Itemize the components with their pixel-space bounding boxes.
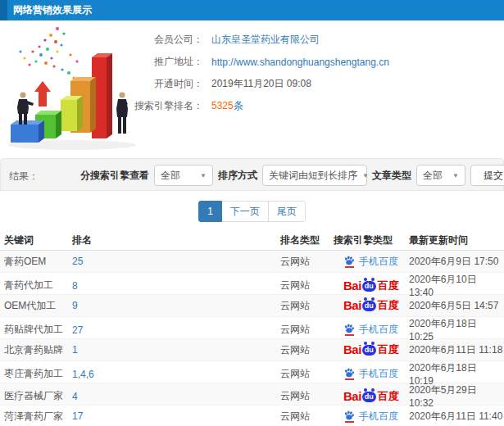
article-type-select[interactable]: 全部 ▼ — [416, 165, 465, 186]
table-row: 北京膏药贴牌 1 云网站 百度 Bai du — [0, 339, 504, 361]
baidu-logo-cn: 百度 — [378, 344, 399, 355]
engine-filter-value: 全部 — [161, 169, 180, 183]
baidu-logo-bai: Bai — [343, 343, 361, 356]
company-info-section: 会员公司： 山东皇圣堂药业有限公司 推广地址： http://www.shand… — [0, 20, 504, 158]
mobile-baidu-link[interactable]: 手机百度 — [343, 323, 398, 337]
updated-cell: 2020年5月29日 10:32 — [409, 383, 504, 409]
mobile-baidu-label: 手机百度 — [359, 367, 398, 381]
baidu-paw-icon: du — [362, 301, 376, 311]
table-row: 菏泽膏药厂家 17 云网站 手机百度 Bai du — [0, 406, 504, 426]
page-1-button[interactable]: 1 — [198, 201, 222, 222]
rank-link[interactable]: 9 — [72, 300, 280, 311]
bar-blue — [11, 120, 44, 143]
member-company-label: 会员公司： — [0, 33, 203, 47]
rank-count-row: 搜索引擎排名： 5325条 — [0, 95, 504, 117]
updated-cell: 2020年6月11日 11:40 — [409, 410, 504, 424]
next-page-button[interactable]: 下一页 — [221, 201, 269, 222]
rank-type-cell: 云网站 — [280, 389, 334, 403]
baidu-paw-icon: du — [362, 392, 376, 402]
engine-cell: 百度 Bai du 百度 — [334, 279, 409, 292]
table-row: 药贴牌代加工 27 云网站 手机百度 Bai du — [0, 317, 504, 339]
table-row: OEM代加工 9 云网站 百度 Bai du — [0, 295, 504, 317]
mobile-baidu-paw-icon — [343, 324, 355, 336]
baidu-logo-bai: Bai — [343, 279, 361, 292]
rank-link[interactable]: 4 — [72, 391, 280, 402]
rank-type-cell: 云网站 — [280, 299, 334, 313]
engine-cell: 手机百度 Bai du 百度 — [334, 367, 409, 381]
filter-controls: 分搜索引擎查看 全部 ▼ 排序方式 关键词由短到长排序 ▼ 文章类型 全部 ▼ … — [80, 165, 504, 186]
sort-filter-value: 关键词由短到长排序 — [269, 169, 357, 183]
member-company-row: 会员公司： 山东皇圣堂药业有限公司 — [0, 29, 504, 51]
engine-cell: 手机百度 Bai du 百度 — [334, 323, 409, 337]
updated-cell: 2020年6月9日 17:50 — [409, 255, 504, 269]
rank-type-cell: 云网站 — [280, 323, 334, 337]
rank-link[interactable]: 25 — [72, 256, 280, 267]
updated-cell: 2020年6月18日 10:25 — [409, 317, 504, 342]
red-underline — [345, 334, 354, 336]
submit-button[interactable]: 提交 — [470, 165, 504, 186]
engine-filter-label: 分搜索引擎查看 — [80, 169, 149, 183]
rank-type-cell: 云网站 — [280, 279, 334, 292]
header-rank: 排名 — [72, 233, 280, 247]
mobile-baidu-paw-icon — [343, 256, 355, 268]
baidu-logo-bai: Bai — [343, 299, 361, 311]
engine-cell: 百度 Bai du 百度 — [334, 299, 409, 312]
baidu-logo-link[interactable]: Bai du 百度 — [343, 299, 399, 311]
header-keyword: 关键词 — [4, 233, 72, 247]
engine-filter-select[interactable]: 全部 ▼ — [154, 165, 213, 186]
updated-cell: 2020年6月10日 13:40 — [409, 273, 504, 298]
result-label: 结果： — [9, 170, 39, 184]
promo-url-link[interactable]: http://www.shandonghuangshengtang.cn — [211, 57, 389, 68]
rank-type-cell: 云网站 — [280, 343, 334, 357]
baidu-logo-cn: 百度 — [378, 280, 399, 291]
mobile-baidu-label: 手机百度 — [359, 323, 398, 337]
open-time-value: 2019年11月20日 09:08 — [211, 77, 311, 91]
rank-link[interactable]: 1 — [72, 344, 280, 356]
baidu-logo-link[interactable]: Bai du 百度 — [343, 390, 399, 402]
rank-count-value: 5325条 — [211, 99, 243, 113]
rank-count-number: 5325 — [211, 100, 234, 111]
keyword-cell: OEM代加工 — [4, 299, 72, 313]
rank-type-cell: 云网站 — [280, 255, 334, 269]
rank-link[interactable]: 1,4,6 — [72, 369, 280, 380]
article-type-value: 全部 — [423, 169, 443, 183]
keyword-cell: 医疗器械厂家 — [4, 389, 72, 403]
last-page-button[interactable]: 尾页 — [268, 201, 306, 222]
sort-filter-select[interactable]: 关键词由短到长排序 ▼ — [262, 165, 367, 186]
rank-count-label: 搜索引擎排名： — [0, 99, 203, 113]
promo-url-label: 推广地址： — [0, 55, 203, 69]
mobile-baidu-link[interactable]: 手机百度 — [343, 410, 398, 424]
keyword-cell: 菏泽膏药厂家 — [4, 410, 72, 424]
promo-url-row: 推广地址： http://www.shandonghuangshengtang.… — [0, 51, 504, 73]
pagination: 1 下一页 尾页 — [0, 201, 504, 222]
filter-bar: 结果： 分搜索引擎查看 全部 ▼ 排序方式 关键词由短到长排序 ▼ 文章类型 全… — [0, 158, 504, 191]
page-title: 网络营销效果展示 — [7, 3, 92, 17]
baidu-logo-link[interactable]: Bai du 百度 — [343, 343, 399, 356]
rank-count-unit[interactable]: 条 — [234, 100, 243, 111]
keyword-cell: 膏药OEM — [4, 255, 72, 269]
mobile-baidu-paw-icon — [343, 368, 355, 380]
header-updated: 最新更新时间 — [409, 233, 504, 247]
mobile-baidu-label: 手机百度 — [359, 255, 398, 269]
engine-cell: 手机百度 Bai du 百度 — [334, 255, 409, 269]
table-row: 膏药代加工 8 云网站 百度 Bai du — [0, 273, 504, 295]
baidu-paw-icon: du — [362, 281, 376, 292]
rank-link[interactable]: 27 — [72, 324, 280, 336]
rank-link[interactable]: 17 — [72, 410, 280, 422]
baidu-paw-icon: du — [362, 345, 376, 356]
company-info-fields: 会员公司： 山东皇圣堂药业有限公司 推广地址： http://www.shand… — [0, 29, 504, 117]
mobile-baidu-link[interactable]: 手机百度 — [343, 367, 398, 381]
mobile-baidu-link[interactable]: 手机百度 — [343, 255, 398, 269]
red-underline — [345, 421, 354, 423]
baidu-logo-bai: Bai — [343, 390, 361, 402]
engine-cell: 百度 Bai du 百度 — [334, 390, 409, 403]
baidu-logo-link[interactable]: Bai du 百度 — [343, 279, 399, 292]
chevron-down-icon: ▼ — [200, 172, 207, 179]
article-type-label: 文章类型 — [372, 169, 411, 183]
baidu-logo-cn: 百度 — [378, 391, 399, 401]
keyword-cell: 北京膏药贴牌 — [4, 343, 72, 357]
table-body: 膏药OEM 25 云网站 手机百度 Bai du — [0, 251, 504, 426]
table-row: 枣庄膏药加工 1,4,6 云网站 手机百度 Bai — [0, 361, 504, 383]
rank-link[interactable]: 8 — [72, 280, 280, 292]
member-company-link[interactable]: 山东皇圣堂药业有限公司 — [211, 33, 320, 47]
